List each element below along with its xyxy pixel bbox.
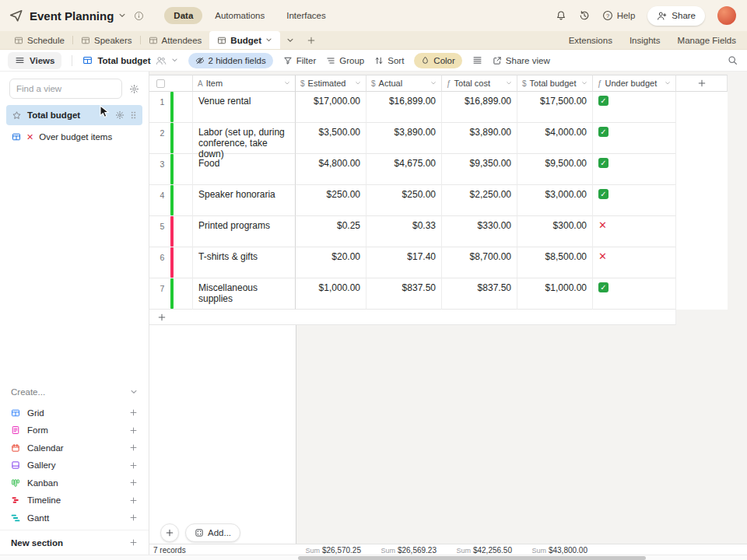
cell-total-budget[interactable]: $3,000.00 [517, 185, 593, 216]
cell-item[interactable]: Venue rental [193, 92, 296, 123]
create-calendar-item[interactable]: Calendar [0, 439, 149, 457]
column-header-under-budget[interactable]: ƒ Under budget [593, 75, 676, 92]
sum-estimated[interactable]: Sum$26,570.25 [296, 546, 366, 555]
plus-icon[interactable] [129, 443, 138, 452]
table-row[interactable]: 3 Food $4,800.00 $4,675.00 $9,350.00 $9,… [149, 154, 728, 185]
column-header-total-budget[interactable]: $ Total budget [517, 75, 593, 92]
table-row[interactable]: 7 Miscellaneous supplies $1,000.00 $837.… [149, 278, 728, 310]
sum-actual[interactable]: Sum$26,569.23 [366, 546, 442, 555]
create-grid-item[interactable]: Grid [0, 404, 149, 422]
add-table-icon[interactable] [300, 31, 322, 49]
create-form-item[interactable]: Form [0, 422, 149, 439]
cell-actual[interactable]: $16,899.00 [366, 92, 442, 123]
cell-total-cost[interactable]: $3,890.00 [442, 123, 517, 154]
drag-handle-icon[interactable] [130, 110, 137, 120]
create-kanban-item[interactable]: Kanban [0, 474, 149, 492]
base-logo-icon[interactable] [9, 9, 23, 23]
cell-estimated[interactable]: $0.25 [296, 216, 366, 247]
cell-under-budget[interactable]: ✓ [593, 154, 676, 185]
chevron-down-icon[interactable] [284, 80, 290, 86]
color-button[interactable]: Color [414, 53, 461, 68]
cell-total-budget[interactable]: $4,000.00 [517, 123, 593, 154]
cell-actual[interactable]: $250.00 [366, 185, 442, 216]
sidebar-view-total-budget[interactable]: Total budget [6, 105, 142, 125]
cell-actual[interactable]: $4,675.00 [366, 154, 442, 185]
cell-actual[interactable]: $0.33 [366, 216, 442, 247]
table-row[interactable]: 2 Labor (set up, during conference, take… [149, 123, 728, 154]
sidebar-view-over-budget[interactable]: ✕ Over budget items [6, 127, 142, 147]
cell-total-cost[interactable]: $2,250.00 [442, 185, 517, 216]
cell-estimated[interactable]: $3,500.00 [296, 123, 366, 154]
add-records-button[interactable]: Add... [185, 523, 240, 542]
select-all-checkbox[interactable] [156, 79, 165, 88]
row-number-cell[interactable]: 3 [149, 154, 193, 185]
cell-under-budget[interactable]: ✓ [593, 278, 676, 310]
cell-actual[interactable]: $17.40 [366, 247, 442, 278]
help-button[interactable]: ? Help [602, 10, 636, 21]
cell-total-budget[interactable]: $1,000.00 [517, 278, 593, 310]
add-row-button[interactable] [149, 310, 676, 325]
view-gear-icon[interactable] [115, 110, 124, 120]
add-record-round-button[interactable] [160, 523, 179, 542]
share-view-button[interactable]: Share view [493, 56, 550, 65]
sum-total-budget[interactable]: Sum$43,800.00 [517, 546, 593, 555]
create-timeline-item[interactable]: Timeline [0, 492, 149, 509]
sum-total-cost[interactable]: Sum$42,256.50 [442, 546, 517, 555]
chevron-down-icon[interactable] [265, 37, 272, 44]
cell-estimated[interactable]: $250.00 [296, 185, 366, 216]
table-row[interactable]: 1 Venue rental $17,000.00 $16,899.00 $16… [149, 92, 728, 123]
sort-button[interactable]: Sort [374, 56, 404, 65]
user-avatar[interactable] [717, 6, 736, 25]
cell-total-cost[interactable]: $330.00 [442, 216, 517, 247]
cell-under-budget[interactable]: ✕ [593, 216, 676, 247]
column-header-item[interactable]: A Item [193, 75, 296, 92]
row-height-button[interactable] [472, 55, 482, 65]
cell-item[interactable]: T-shirts & gifts [193, 247, 296, 278]
cell-under-budget[interactable]: ✓ [593, 92, 676, 123]
table-tab-speakers[interactable]: Speakers [73, 31, 140, 49]
column-header-estimated[interactable]: $ Estimated [296, 75, 366, 92]
views-button[interactable]: Views [8, 52, 61, 69]
cell-estimated[interactable]: $20.00 [296, 247, 366, 278]
history-icon[interactable] [579, 10, 590, 21]
search-icon[interactable] [728, 55, 738, 65]
cell-total-cost[interactable]: $8,700.00 [442, 247, 517, 278]
add-field-button[interactable] [676, 75, 728, 92]
column-header-total-cost[interactable]: ƒ Total cost [442, 75, 517, 92]
table-row[interactable]: 6 T-shirts & gifts $20.00 $17.40 $8,700.… [149, 247, 728, 278]
chevron-down-icon[interactable] [665, 80, 671, 86]
plus-icon[interactable] [129, 513, 138, 522]
chevron-down-icon[interactable] [506, 80, 512, 86]
plus-icon[interactable] [129, 408, 138, 417]
chevron-down-icon[interactable] [581, 80, 587, 86]
create-header[interactable]: Create... [0, 381, 149, 404]
column-header-actual[interactable]: $ Actual [366, 75, 442, 92]
tab-automations[interactable]: Automations [205, 7, 274, 24]
plus-icon[interactable] [129, 496, 138, 505]
group-button[interactable]: Group [326, 56, 364, 65]
base-title[interactable]: Event Planning [30, 9, 114, 23]
cell-total-budget[interactable]: $9,500.00 [517, 154, 593, 185]
extensions-link[interactable]: Extensions [569, 36, 612, 45]
cell-total-cost[interactable]: $16,899.00 [442, 92, 517, 123]
row-number-cell[interactable]: 2 [149, 123, 193, 154]
plus-icon[interactable] [129, 461, 138, 470]
manage-fields-link[interactable]: Manage Fields [678, 36, 736, 45]
cell-item[interactable]: Labor (set up, during conference, take d… [193, 123, 296, 154]
row-number-cell[interactable]: 6 [149, 247, 193, 278]
hidden-fields-button[interactable]: 2 hidden fields [188, 53, 273, 68]
scrollbar-thumb[interactable] [298, 556, 646, 560]
info-icon[interactable] [134, 11, 144, 21]
header-checkbox-cell[interactable] [149, 75, 193, 92]
cell-actual[interactable]: $3,890.00 [366, 123, 442, 154]
plus-icon[interactable] [129, 478, 138, 487]
row-number-cell[interactable]: 7 [149, 278, 193, 310]
create-gallery-item[interactable]: Gallery [0, 457, 149, 474]
horizontal-scrollbar[interactable] [0, 555, 747, 560]
cell-under-budget[interactable]: ✓ [593, 185, 676, 216]
table-tab-attendees[interactable]: Attendees [141, 31, 210, 49]
current-view-button[interactable]: Total budget [82, 55, 177, 66]
cell-under-budget[interactable]: ✕ [593, 247, 676, 278]
view-settings-gear-icon[interactable] [129, 84, 139, 94]
tab-data[interactable]: Data [164, 7, 202, 24]
